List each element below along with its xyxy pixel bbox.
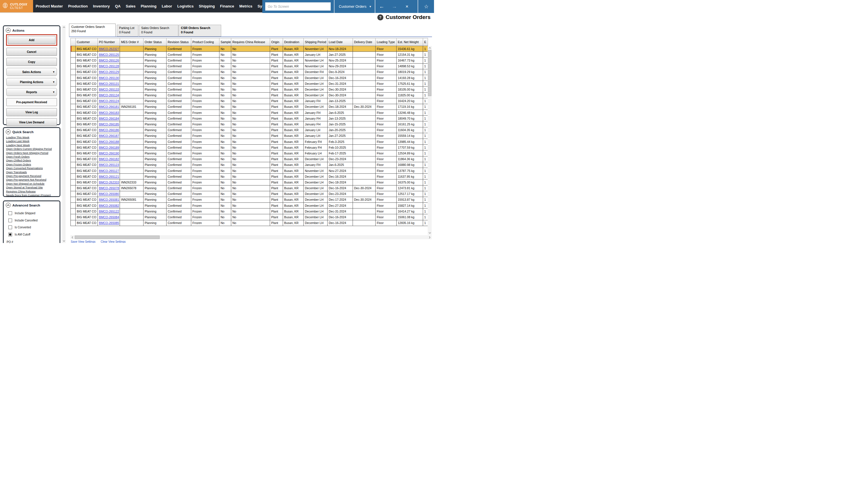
cancel-button[interactable]: Cancel — [6, 48, 57, 56]
po-number-link[interactable]: BMCO-265085 — [99, 221, 119, 224]
row-selector-cell[interactable] — [71, 81, 75, 87]
row-selector-cell[interactable] — [71, 209, 75, 214]
po-number-link[interactable]: BMCO-265126 — [99, 59, 119, 62]
po-number-link[interactable]: BMCO-265127 — [99, 169, 119, 173]
table-row[interactable]: BIG MEAT COBMCO-266186PlanningConfirmedF… — [71, 127, 428, 133]
table-row[interactable]: BIG MEAT COBMCO-265126PlanningConfirmedF… — [71, 58, 428, 63]
quick-search-link[interactable]: Open Transloads — [6, 170, 60, 174]
column-header-customer[interactable]: Customer — [75, 38, 98, 46]
go-to-screen-input[interactable] — [265, 2, 331, 11]
view-live-demand-button[interactable]: View Live Demand — [6, 118, 57, 126]
table-row[interactable]: BIG MEAT COBMCO-265127PlanningConfirmedF… — [71, 168, 428, 174]
row-selector-cell[interactable] — [71, 150, 75, 156]
table-row[interactable]: BIG MEAT COBMCO-265131PlanningConfirmedF… — [71, 81, 428, 87]
column-header-requires-china-release[interactable]: Requires China Release — [231, 38, 270, 46]
quick-search-link[interactable]: Open Stored at Transload Site — [6, 185, 60, 189]
table-row[interactable]: BIG MEAT COBMCO-265122PlanningConfirmedF… — [71, 209, 428, 214]
table-row[interactable]: BIG MEAT COBMCO-265129PlanningConfirmedF… — [71, 69, 428, 75]
menu-item-inventory[interactable]: Inventory — [90, 4, 113, 8]
row-selector-cell[interactable] — [71, 145, 75, 150]
row-selector-cell[interactable] — [71, 69, 75, 75]
table-row[interactable]: BIG MEAT COBMCO-265081INN265081PlanningC… — [71, 197, 428, 203]
row-selector-cell[interactable] — [71, 104, 75, 110]
include-cancelled-checkbox[interactable] — [8, 218, 12, 222]
table-row[interactable]: BIG MEAT COBMCO-266187PlanningConfirmedF… — [71, 133, 428, 139]
row-selector-cell[interactable] — [71, 162, 75, 168]
column-header-delivery-date[interactable]: Delivery Date — [353, 38, 376, 46]
table-row[interactable]: BIG MEAT COBMCO-266185PlanningConfirmedF… — [71, 121, 428, 127]
table-row[interactable]: BIG MEAT COBMCO-265130PlanningConfirmedF… — [71, 75, 428, 81]
column-header-mes-order-[interactable]: MES Order # — [120, 38, 144, 46]
po-number-link[interactable]: BMCO-266181 — [99, 105, 119, 109]
row-selector-cell[interactable] — [71, 220, 75, 226]
row-selector-cell[interactable] — [71, 75, 75, 81]
table-row[interactable]: BIG MEAT COBMCO-266181INN266181PlanningC… — [71, 104, 428, 110]
table-row[interactable]: BIG MEAT COBMCO-265085PlanningConfirmedF… — [71, 220, 428, 226]
table-row[interactable]: BIG MEAT COBMCO-266189PlanningConfirmedF… — [71, 145, 428, 150]
collapse-chevron-icon[interactable] — [6, 129, 11, 134]
clear-view-settings-link[interactable]: Clear View Settings — [101, 240, 126, 243]
row-selector-cell[interactable] — [71, 203, 75, 209]
quick-search-link[interactable]: Open Orders Current Shipping Period — [6, 147, 60, 151]
tab-sales-orders-search[interactable]: Sales Orders Search0 Found — [139, 25, 178, 36]
is-am-cutoff-checkbox[interactable] — [8, 233, 12, 236]
table-row[interactable]: BIG MEAT COBMCO-265133PlanningConfirmedF… — [71, 87, 428, 92]
po-number-link[interactable]: BMCO-266186 — [99, 128, 119, 132]
po-number-link[interactable]: BMCO-265134 — [99, 93, 119, 97]
po-number-link[interactable]: BMCO-266184 — [99, 117, 119, 120]
quick-search-link[interactable]: Open Converted Reservations — [6, 166, 60, 170]
screen-selector-dropdown[interactable]: Customer Orders ▼ — [337, 0, 374, 13]
scroll-up-icon[interactable] — [428, 46, 431, 50]
scroll-down-icon[interactable] — [428, 231, 431, 235]
row-selector-cell[interactable] — [71, 168, 75, 174]
po-number-link[interactable]: BMCO-265128 — [99, 64, 119, 68]
scroll-up-icon[interactable] — [62, 26, 66, 29]
column-header-origin[interactable]: Origin — [270, 38, 283, 46]
menu-item-metrics[interactable]: Metrics — [237, 4, 255, 8]
column-header-po-number[interactable]: PO Number — [98, 38, 120, 46]
row-selector-cell[interactable] — [71, 52, 75, 58]
quick-search-link[interactable]: Open Frozen Orders — [6, 162, 60, 166]
table-row[interactable]: BIG MEAT COBMCO-266184PlanningConfirmedF… — [71, 116, 428, 121]
po-number-link[interactable]: BMCO-265080 — [99, 192, 119, 195]
tab-customer-orders-search[interactable]: Customer Orders Search293 Found — [69, 24, 116, 36]
include-shipped-checkbox[interactable] — [8, 211, 12, 215]
row-selector-cell[interactable] — [71, 174, 75, 179]
po-number-link[interactable]: BMCO-265133 — [99, 88, 119, 91]
po-number-link[interactable]: BMCO-265081 — [99, 198, 119, 201]
add-button[interactable]: Add — [8, 36, 56, 44]
pre-payment-received-button[interactable]: Pre-payment Received — [6, 98, 57, 106]
column-header-selector[interactable] — [71, 38, 75, 46]
po-number-link[interactable]: BMCO-265124 — [99, 99, 119, 103]
view-log-button[interactable]: View Log — [6, 108, 57, 116]
tab-parking-lot[interactable]: Parking Lot0 Found — [117, 25, 138, 36]
po-number-link[interactable]: BMCO-265125 — [99, 53, 119, 56]
menu-item-logistics[interactable]: Logistics — [175, 4, 196, 8]
forward-arrow-icon[interactable]: → — [390, 0, 399, 13]
quick-search-link[interactable]: Open Pre-payment Received — [6, 174, 60, 178]
table-row[interactable]: BIG MEAT COBMCO-265123PlanningConfirmedF… — [71, 162, 428, 168]
row-selector-cell[interactable] — [71, 58, 75, 63]
po-number-link[interactable]: BMCO-262333 — [99, 181, 119, 184]
menu-item-production[interactable]: Production — [66, 4, 91, 8]
row-selector-cell[interactable] — [71, 92, 75, 98]
menu-item-qa[interactable]: QA — [113, 4, 123, 8]
row-selector-cell[interactable] — [71, 156, 75, 162]
table-row[interactable]: BIG MEAT COBMCO-266190PlanningConfirmedF… — [71, 150, 428, 156]
help-icon[interactable]: ? — [377, 14, 383, 21]
row-selector-cell[interactable] — [71, 98, 75, 104]
tab-csr-orders-search[interactable]: CSR Orders Search0 Found — [179, 25, 221, 36]
row-selector-cell[interactable] — [71, 46, 75, 52]
po-number-link[interactable]: BMCO-265130 — [99, 76, 119, 80]
quick-search-link[interactable]: Loading This Week — [6, 135, 60, 139]
row-selector-cell[interactable] — [71, 197, 75, 203]
row-selector-cell[interactable] — [71, 116, 75, 121]
po-number-link[interactable]: BMCO-265121 — [99, 175, 119, 178]
po-number-link[interactable]: BMCO-265131 — [99, 82, 119, 85]
table-vertical-scrollbar[interactable] — [428, 46, 432, 235]
menu-item-sales[interactable]: Sales — [123, 4, 138, 8]
vertical-scroll-thumb[interactable] — [428, 50, 431, 96]
quick-search-link[interactable]: Open Not Shipped on Schedule — [6, 182, 60, 185]
table-row[interactable]: BIG MEAT COBMCO-262333INN262333PlanningC… — [71, 179, 428, 185]
row-selector-cell[interactable] — [71, 185, 75, 191]
